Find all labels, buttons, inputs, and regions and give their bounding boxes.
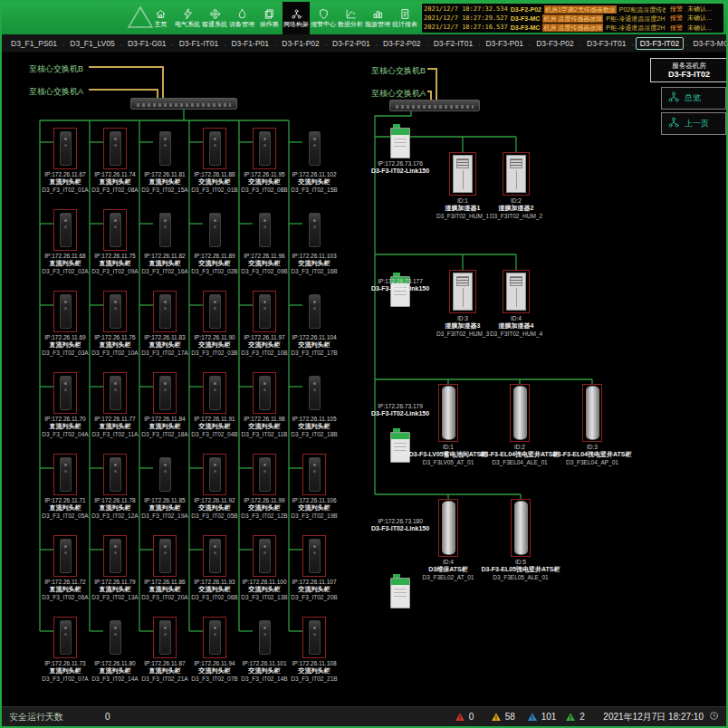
nav-item-report[interactable]: 统计报表 (391, 2, 418, 34)
device-node[interactable] (53, 291, 77, 332)
device-node[interactable] (103, 128, 127, 169)
device-node[interactable] (253, 128, 276, 169)
tab-D3-F1-IT01[interactable]: D3-F1-IT01 (176, 38, 222, 49)
nav-item-label: 设备管理 (229, 21, 254, 27)
device-node[interactable] (153, 291, 177, 332)
device-node[interactable] (153, 454, 177, 495)
device-node[interactable] (153, 617, 177, 658)
tab-D3-F3-P02[interactable]: D3-F3-P02 (532, 38, 578, 49)
device-label: IP:172.26.11.101交流列头柜D3_F3_IT02_14B (236, 660, 292, 683)
device-node[interactable] (302, 454, 326, 495)
alarm-status-badge[interactable]: 报警 (670, 5, 683, 13)
device-node[interactable] (203, 209, 226, 251)
alarm-ticker-panel: 2021/12/7 18:27:32.534D3-F2-P02机房1空调2无传感… (422, 4, 723, 33)
device-node[interactable] (203, 128, 226, 169)
device-node[interactable] (253, 617, 276, 658)
alarm-message: 机房 温度传感器故障 (542, 24, 603, 32)
tab-D3-F3-IT02[interactable]: D3-F3-IT02 (636, 37, 684, 50)
tab-D3-F1-G01[interactable]: D3-F1-G01 (124, 38, 170, 49)
device-code: D3_F3_IT02_06A (37, 594, 93, 601)
alarm-row[interactable]: 2021/12/7 18:27:16.537D3-F3-MC机房 温度传感器故障… (424, 24, 664, 32)
nav-item-hvac[interactable]: 暖通系统 (201, 2, 228, 34)
device-node[interactable] (103, 372, 127, 414)
tab-D3_F1_LV05[interactable]: D3_F1_LV05 (66, 38, 118, 49)
device-node[interactable] (53, 617, 77, 658)
alarm-status-badge[interactable]: 报警 (670, 14, 683, 22)
device-node[interactable] (253, 291, 276, 332)
device-node[interactable] (53, 372, 77, 414)
device-node[interactable] (53, 535, 77, 577)
device-node[interactable] (302, 291, 326, 332)
device-node[interactable] (302, 209, 326, 251)
device-node[interactable] (253, 372, 276, 414)
device-node[interactable] (203, 454, 226, 495)
device-node[interactable] (153, 128, 177, 169)
device-node[interactable] (103, 617, 127, 658)
device-node[interactable] (53, 454, 77, 495)
device-node[interactable] (203, 617, 226, 658)
device-node[interactable] (302, 128, 326, 169)
nav-item-alarm[interactable]: 报警中心 (310, 2, 337, 34)
nav-item-topology[interactable]: 网络构架 (283, 2, 310, 34)
gateway-node[interactable] (390, 128, 410, 158)
device-node[interactable] (510, 384, 530, 442)
nav-item-analysis[interactable]: 数据分析 (337, 2, 364, 34)
nav-item-ticket[interactable]: 操作票 (255, 2, 283, 34)
device-node[interactable] (153, 209, 177, 251)
device-node[interactable] (203, 535, 226, 577)
device-node[interactable] (302, 372, 326, 414)
tab-D3-F2-IT01[interactable]: D3-F2-IT01 (430, 38, 476, 49)
device-node[interactable] (302, 617, 326, 658)
nav-item-energy[interactable]: 能源管理 (364, 2, 391, 34)
tab-D3_F1_PS01[interactable]: D3_F1_PS01 (7, 38, 61, 49)
tab-D3-F3-P01[interactable]: D3-F3-P01 (482, 38, 527, 49)
device-node[interactable] (103, 209, 127, 251)
device-node[interactable] (203, 372, 226, 414)
device-node[interactable] (511, 499, 531, 557)
device-node[interactable] (503, 270, 530, 313)
device-ip: IP:172.26.11.90 (187, 334, 243, 341)
tab-D3-F2-P01[interactable]: D3-F2-P01 (329, 38, 374, 49)
tab-D3-F2-P02[interactable]: D3-F2-P02 (379, 38, 425, 49)
device-node[interactable] (103, 454, 127, 495)
device-node[interactable] (302, 535, 326, 577)
clock-icon (709, 711, 719, 723)
device-node[interactable] (253, 454, 276, 495)
cabinet-icon (309, 294, 321, 329)
alarm-more-link[interactable]: 未确认… (687, 5, 723, 13)
device-node[interactable] (203, 291, 226, 332)
alarm-more-link[interactable]: 未确认… (687, 24, 723, 32)
alarm-more-link[interactable]: 未确认… (687, 14, 723, 22)
nav-item-electric[interactable]: 电气系统 (174, 2, 201, 34)
device-node[interactable] (103, 535, 127, 577)
device-node[interactable] (449, 270, 476, 313)
device-code: D3_F3_IT02_02B (187, 268, 243, 275)
device-node[interactable] (53, 128, 77, 169)
device-node[interactable] (449, 152, 476, 196)
status-datetime: 2021年12月7日 18:27:10 (603, 711, 704, 723)
device-node[interactable] (103, 291, 127, 332)
alarm-row[interactable]: 2021/12/7 18:27:29.527D3-F3-MC机房 温度传感器故障… (424, 14, 664, 23)
device-node[interactable] (253, 535, 276, 577)
right-core-switch-icon[interactable] (389, 100, 480, 111)
prev-page-button[interactable]: 上一页 (661, 112, 726, 135)
device-node[interactable] (153, 372, 177, 414)
device-ip: IP:172.26.11.93 (187, 579, 243, 586)
left-core-switch-icon[interactable] (130, 98, 237, 110)
gateway-node[interactable] (390, 578, 410, 608)
nav-item-device[interactable]: 设备管理 (228, 2, 255, 34)
alarm-status-badge[interactable]: 报警 (670, 24, 683, 32)
tab-D3-F1-P01[interactable]: D3-F1-P01 (227, 38, 273, 49)
device-node[interactable] (253, 209, 276, 251)
device-node[interactable] (53, 209, 77, 251)
tab-D3-F3-MC[interactable]: D3-F3-MC (689, 38, 728, 49)
device-node[interactable] (153, 535, 177, 577)
overview-button[interactable]: 总览 (661, 87, 726, 110)
ats-cabinet-icon (513, 386, 527, 440)
alarm-row[interactable]: 2021/12/7 18:27:32.534D3-F2-P02机房1空调2无传感… (424, 5, 664, 14)
device-node[interactable] (503, 152, 530, 196)
tab-separator: , (120, 39, 122, 47)
tab-D3-F3-IT01[interactable]: D3-F3-IT01 (583, 38, 629, 49)
device-node[interactable] (582, 384, 602, 442)
tab-D3-F1-P02[interactable]: D3-F1-P02 (278, 38, 323, 49)
